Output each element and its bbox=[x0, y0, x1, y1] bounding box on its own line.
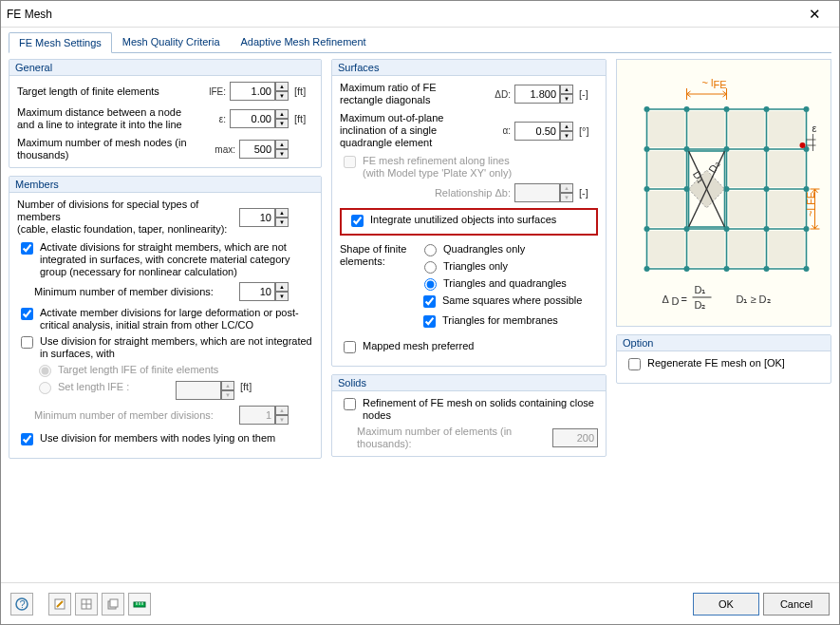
checkbox-refine-solids[interactable] bbox=[344, 398, 356, 410]
svg-point-56 bbox=[684, 266, 690, 272]
max-ratio-input[interactable]: ▲▼ bbox=[514, 85, 573, 104]
checkbox-use-nodes[interactable] bbox=[21, 433, 33, 445]
label-radio-target: Target length lFE of finite elements bbox=[58, 364, 218, 376]
window-title: FE Mesh bbox=[7, 8, 795, 21]
edit-icon[interactable] bbox=[48, 593, 71, 616]
radio-triangles[interactable] bbox=[424, 261, 437, 274]
tab-mesh-quality[interactable]: Mesh Quality Criteria bbox=[112, 31, 231, 52]
svg-point-53 bbox=[764, 226, 770, 232]
svg-rect-20 bbox=[729, 151, 765, 187]
help-icon[interactable]: ? bbox=[10, 593, 33, 616]
label-max-ratio: Maximum ratio of FE rectangle diagonals bbox=[340, 82, 480, 106]
relationship-input: ▲▼ bbox=[514, 183, 573, 202]
target-length-input[interactable]: ▲▼ bbox=[230, 82, 289, 101]
group-general: General Target length of finite elements… bbox=[9, 59, 322, 168]
mesh-diagram: ~ lFE bbox=[616, 59, 831, 327]
svg-point-58 bbox=[764, 266, 770, 272]
svg-rect-27 bbox=[729, 231, 765, 267]
label-refine-solids: Refinement of FE mesh on solids containi… bbox=[363, 397, 598, 422]
tab-fe-mesh-settings[interactable]: FE Mesh Settings bbox=[9, 32, 112, 53]
svg-rect-17 bbox=[729, 111, 765, 147]
svg-point-57 bbox=[724, 266, 730, 272]
group-option: Option Regenerate FE mesh on [OK] bbox=[616, 334, 831, 384]
group-title-surfaces: Surfaces bbox=[332, 60, 606, 76]
symbol-delta-d: ΔD: bbox=[484, 89, 511, 100]
divisions-special-input[interactable]: ▲▼ bbox=[239, 208, 289, 227]
svg-point-39 bbox=[804, 106, 810, 112]
checkbox-same-squares[interactable] bbox=[423, 295, 436, 308]
label-shape: Shape of finite elements: bbox=[340, 243, 416, 268]
checkbox-activate-straight[interactable] bbox=[21, 242, 33, 255]
max-oop-input[interactable]: ▲▼ bbox=[514, 122, 573, 141]
svg-text:FE: FE bbox=[805, 192, 816, 205]
tab-adaptive-refinement[interactable]: Adaptive Mesh Refinement bbox=[231, 31, 377, 52]
svg-text:ε: ε bbox=[812, 123, 817, 134]
svg-text:D₁: D₁ bbox=[695, 284, 706, 295]
measure-icon[interactable] bbox=[128, 593, 151, 616]
svg-point-54 bbox=[804, 226, 810, 232]
svg-rect-21 bbox=[769, 151, 805, 187]
checkbox-mapped[interactable] bbox=[344, 341, 356, 353]
spin-up-icon[interactable]: ▲ bbox=[275, 82, 289, 91]
max-elements-input bbox=[552, 428, 598, 447]
svg-point-59 bbox=[804, 266, 810, 272]
tab-bar: FE Mesh Settings Mesh Quality Criteria A… bbox=[9, 31, 831, 53]
label-max-nodes: Maximum number of mesh nodes (in thousan… bbox=[17, 137, 205, 161]
svg-point-51 bbox=[684, 226, 690, 232]
radio-set-length bbox=[39, 382, 51, 394]
group-members: Members Number of divisions for special … bbox=[9, 176, 322, 459]
svg-point-50 bbox=[644, 226, 650, 232]
checkbox-regenerate[interactable] bbox=[628, 358, 641, 370]
svg-rect-22 bbox=[649, 191, 685, 227]
symbol-lfe: lFE: bbox=[199, 86, 226, 97]
ok-button[interactable]: OK bbox=[693, 593, 759, 616]
label-mapped: Mapped mesh preferred bbox=[363, 340, 474, 352]
svg-text:D: D bbox=[672, 295, 680, 307]
group-title-option: Option bbox=[617, 335, 831, 351]
group-title-solids: Solids bbox=[332, 375, 606, 391]
min-divisions-input[interactable]: ▲▼ bbox=[239, 282, 289, 301]
svg-rect-15 bbox=[649, 111, 685, 147]
checkbox-integrate[interactable] bbox=[351, 215, 364, 227]
spin-down-icon[interactable]: ▼ bbox=[275, 91, 289, 101]
svg-text:D₁ ≥ D₂: D₁ ≥ D₂ bbox=[737, 294, 771, 305]
svg-point-60 bbox=[800, 142, 806, 148]
label-relationship: Relationship Δb: bbox=[340, 187, 511, 199]
svg-point-45 bbox=[644, 186, 650, 192]
svg-text:FE: FE bbox=[714, 79, 727, 90]
close-icon[interactable]: ✕ bbox=[795, 6, 833, 23]
svg-rect-24 bbox=[769, 191, 805, 227]
svg-point-43 bbox=[764, 146, 770, 152]
svg-text:~l: ~l bbox=[805, 208, 816, 217]
highlight-integrate: Integrate unutilized objects into surfac… bbox=[340, 208, 598, 236]
layers-icon[interactable] bbox=[102, 593, 124, 616]
label-activate-straight: Activate divisions for straight members,… bbox=[40, 241, 313, 278]
symbol-epsilon: ε: bbox=[199, 114, 226, 124]
label-divisions-special-sub: (cable, elastic foundation, taper, nonli… bbox=[17, 223, 227, 235]
max-distance-input[interactable]: ▲▼ bbox=[230, 109, 289, 128]
svg-point-42 bbox=[724, 146, 730, 152]
svg-rect-28 bbox=[769, 231, 805, 267]
group-solids: Solids Refinement of FE mesh on solids c… bbox=[331, 374, 607, 457]
svg-point-37 bbox=[724, 106, 730, 112]
max-nodes-input[interactable]: ▲▼ bbox=[239, 140, 289, 159]
min-div2-input: ▲▼ bbox=[239, 406, 289, 425]
checkbox-use-straight[interactable] bbox=[21, 336, 33, 349]
cancel-button[interactable]: Cancel bbox=[763, 593, 830, 616]
radio-quadrangles[interactable] bbox=[424, 244, 437, 256]
checkbox-activate-large[interactable] bbox=[21, 308, 33, 320]
svg-point-47 bbox=[724, 186, 730, 192]
label-max-oop: Maximum out-of-plane inclination of a si… bbox=[340, 112, 480, 149]
svg-point-38 bbox=[764, 106, 770, 112]
checkbox-refine-lines bbox=[344, 156, 356, 168]
svg-point-46 bbox=[684, 186, 690, 192]
checkbox-tri-membranes[interactable] bbox=[423, 315, 436, 328]
radio-tri-quad[interactable] bbox=[424, 278, 437, 291]
grid-icon[interactable] bbox=[75, 593, 98, 616]
symbol-alpha: α: bbox=[484, 125, 511, 136]
label-refine-lines-sub: (with Model type 'Plate XY' only) bbox=[363, 167, 512, 179]
svg-point-36 bbox=[684, 106, 690, 112]
svg-point-40 bbox=[644, 146, 650, 152]
label-regenerate: Regenerate FE mesh on [OK] bbox=[647, 357, 785, 369]
label-min-div2: Minimum number of member divisions: bbox=[34, 409, 235, 422]
